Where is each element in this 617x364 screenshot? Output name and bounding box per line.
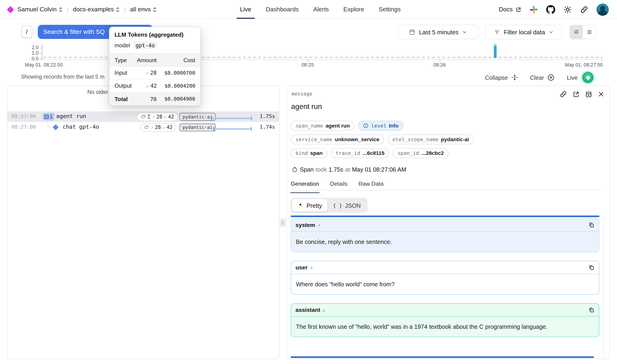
tab-alerts[interactable]: Alerts <box>313 0 329 19</box>
open-in-new-icon[interactable] <box>572 91 580 98</box>
span-diamond-icon <box>53 124 59 130</box>
duration-cap-left <box>213 127 214 131</box>
amount-value: 28 <box>150 70 157 76</box>
docs-link[interactable]: Docs <box>499 6 521 13</box>
main-nav-tabs: Live Dashboards Alerts Explore Settings <box>240 0 401 19</box>
slack-icon[interactable] <box>530 5 538 14</box>
user-avatar[interactable] <box>597 3 609 15</box>
token-usage-pill[interactable]: ↗ 28 ↙ 42 <box>140 123 177 131</box>
env-switcher[interactable]: all envs <box>130 6 157 13</box>
badge-service-name[interactable]: service_name unknown_service <box>291 134 384 144</box>
chevron-updown-icon <box>59 6 63 12</box>
copy-icon[interactable] <box>588 222 594 228</box>
row-type: Total <box>115 96 131 102</box>
project-switcher[interactable]: docs-examples <box>73 6 120 13</box>
duration-text: 1.74s <box>260 124 275 130</box>
token-usage-pill[interactable]: Σ ↗ 28 ↙ 42 <box>137 112 178 121</box>
scope-tag[interactable]: pydantic-ai <box>180 123 216 131</box>
org-name: Samuel Colvin <box>17 6 57 13</box>
coin-icon <box>144 125 149 130</box>
share-link-icon[interactable] <box>580 5 589 14</box>
external-link-icon <box>515 6 521 12</box>
tab-live[interactable]: Live <box>240 0 251 19</box>
tab-generation[interactable]: Generation <box>291 181 319 190</box>
breadcrumb-separator: / <box>67 6 68 13</box>
row-type: Input <box>115 70 131 76</box>
output-tokens: 42 <box>167 124 172 130</box>
record-kind-label: message <box>291 91 312 97</box>
tree-view-icon <box>573 29 579 35</box>
scope-tag[interactable]: pydantic-ai <box>180 113 216 121</box>
sigma-icon: Σ <box>147 114 151 119</box>
scroll-rule-bottom <box>291 356 594 358</box>
time-range-dropdown[interactable]: Last 5 minutes <box>397 25 478 39</box>
scrollbar-track[interactable] <box>603 218 604 358</box>
filter-local-data-dropdown[interactable]: Filter local data <box>485 25 563 39</box>
amount-value: 42 <box>150 82 157 89</box>
y-tickmark <box>39 53 42 54</box>
pretty-toggle[interactable]: Pretty <box>292 199 328 211</box>
breadcrumb: Samuel Colvin / docs-examples / all envs <box>8 0 157 19</box>
span-title: agent run <box>291 102 322 111</box>
badge-span-name[interactable]: span_name agent run <box>291 121 355 130</box>
live-toggle[interactable]: Live <box>567 70 595 85</box>
badge-otel-scope[interactable]: otel_scope_name pydantic-ai <box>388 134 474 144</box>
tooltip-row-output: Output ↙ 42 $0.0004200 <box>109 79 200 92</box>
copy-icon[interactable] <box>588 307 594 313</box>
nav-actions: Docs <box>499 0 609 19</box>
badge-span-id[interactable]: span_id ...28cbc2 <box>393 148 449 158</box>
sparkle-icon <box>298 202 304 208</box>
theme-sun-icon[interactable] <box>564 5 572 14</box>
message-header: assistant ↙ <box>291 304 599 317</box>
panel-resize-handle[interactable] <box>280 219 286 227</box>
tab-dashboards[interactable]: Dashboards <box>266 0 299 19</box>
list-view-icon <box>586 29 592 35</box>
badge-kind[interactable]: kind span <box>291 148 327 158</box>
badge-level[interactable]: level Info <box>358 121 403 130</box>
github-icon[interactable] <box>546 5 555 14</box>
tooltip-model-row: model gpt-4o <box>109 41 200 49</box>
y-tick-2: 2.0 <box>27 45 39 50</box>
message-header: user ↗ <box>291 261 599 274</box>
trace-row-chat-gpt4o[interactable]: 08:27:06 chat gpt-4o ↗ 28 ↙ 42 pydantic-… <box>7 122 279 133</box>
message-card-user: user ↗ Where does "hello world" come fro… <box>291 261 599 295</box>
json-toggle[interactable]: { } JSON <box>328 199 366 211</box>
x-label-0825: 08:25 <box>302 62 314 68</box>
tab-settings[interactable]: Settings <box>379 0 401 19</box>
y-tickmark <box>39 48 42 48</box>
tab-explore[interactable]: Explore <box>343 0 364 19</box>
close-icon[interactable] <box>598 91 604 98</box>
copy-link-icon[interactable] <box>560 91 567 98</box>
tab-details[interactable]: Details <box>330 181 347 190</box>
duration-cap-left <box>211 116 212 120</box>
tree-view-toggle[interactable] <box>570 25 583 39</box>
span-detail-panel: message agent run span_name agent run le… <box>287 86 610 359</box>
copy-icon[interactable] <box>588 264 594 271</box>
badge-trace-id[interactable]: trace_id ...6c8115 <box>331 148 389 158</box>
trace-list-panel: No older 08:27:06 1 agent run Σ ↗ 28 ↙ 4… <box>7 86 279 359</box>
span-name: agent run <box>56 113 86 119</box>
detail-panel-actions <box>560 91 604 98</box>
chevron-down-icon <box>549 29 554 35</box>
direction-arrow-icon: ↗ <box>317 222 320 228</box>
list-view-toggle[interactable] <box>583 25 596 39</box>
tab-raw-data[interactable]: Raw Data <box>359 181 384 190</box>
cost-value: $0.0000700 <box>157 70 195 76</box>
role-label: assistant <box>296 307 320 313</box>
duration-bar <box>213 127 252 131</box>
clear-button[interactable]: Clear <box>530 74 555 81</box>
x-tickmark <box>308 59 309 61</box>
live-indicator-button[interactable] <box>581 70 595 85</box>
input-tokens: 28 <box>155 124 161 130</box>
save-view-icon[interactable] <box>585 91 592 98</box>
span-name: chat gpt-4o <box>63 124 99 130</box>
y-tick-1: 1.0 <box>27 50 39 56</box>
histogram-bar[interactable] <box>494 46 496 58</box>
role-label: user <box>296 264 308 271</box>
message-header: system ↗ <box>291 219 599 232</box>
collapse-button[interactable]: Collapse <box>485 74 518 81</box>
message-card-system: system ↗ Be concise, reply with one sent… <box>291 218 599 252</box>
org-switcher[interactable]: Samuel Colvin <box>17 6 63 13</box>
col-type: Type <box>115 57 131 63</box>
cost-value: $0.0004200 <box>157 83 195 89</box>
